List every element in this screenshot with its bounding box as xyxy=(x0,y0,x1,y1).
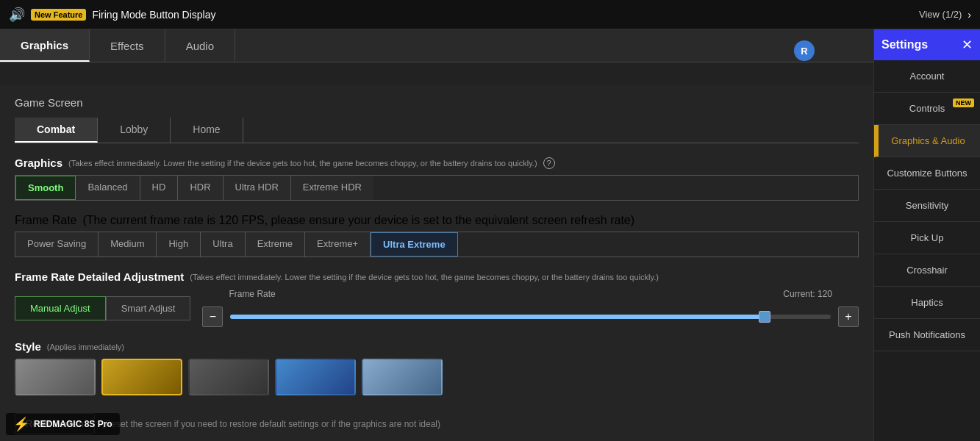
framerate-label-row: Frame Rate (The current frame rate is 12… xyxy=(15,214,859,227)
sidebar-header: Settings ✕ xyxy=(874,29,980,60)
framerate-option-ultra[interactable]: Ultra xyxy=(201,232,245,257)
framerate-sub-text: (The current frame rate is 120 FPS, plea… xyxy=(82,214,634,227)
sidebar-graphics-audio-label: Graphics & Audio xyxy=(891,135,965,146)
graphics-option-extreme-hdr[interactable]: Extreme HDR xyxy=(291,176,373,200)
sidebar-push-notifications-label: Push Notifications xyxy=(889,329,965,340)
tab-effects-label: Effects xyxy=(110,40,144,52)
sidebar-item-sensitivity[interactable]: Sensitivity xyxy=(874,190,980,222)
style-swatch-1[interactable] xyxy=(15,359,96,395)
extreme-plus-label: Extreme+ xyxy=(317,238,358,249)
sub-tab-home-label: Home xyxy=(193,123,220,135)
slider-fill xyxy=(230,315,770,319)
smart-adjust-label: Smart Adjust xyxy=(121,303,176,314)
tab-audio-label: Audio xyxy=(186,40,214,52)
manual-adjust-label: Manual Adjust xyxy=(30,303,90,314)
chevron-right-icon: › xyxy=(968,9,971,21)
close-icon[interactable]: ✕ xyxy=(962,37,973,53)
framerate-option-extreme[interactable]: Extreme xyxy=(246,232,305,257)
smart-adjust-btn[interactable]: Smart Adjust xyxy=(106,296,191,320)
graphics-options: Smooth Balanced HD HDR Ultra HDR xyxy=(15,175,859,201)
tab-effects[interactable]: Effects xyxy=(90,29,165,62)
graphics-option-hd[interactable]: HD xyxy=(140,176,179,200)
ultra-hdr-label: Ultra HDR xyxy=(235,182,279,193)
sidebar-item-account[interactable]: Account xyxy=(874,60,980,93)
framerate-option-extreme-plus[interactable]: Extreme+ xyxy=(305,232,371,257)
style-main-label: Style xyxy=(15,340,41,353)
branding-bar: ⚡ REDMAGIC 8S Pro xyxy=(6,413,120,435)
style-swatches xyxy=(15,359,859,395)
graphics-main-label: Graphics xyxy=(15,157,62,169)
sidebar-sensitivity-label: Sensitivity xyxy=(906,200,949,211)
sidebar-item-pick-up[interactable]: Pick Up xyxy=(874,222,980,254)
topbar-title: Firing Mode Button Display xyxy=(92,9,215,21)
slider-decrease-btn[interactable]: − xyxy=(202,306,223,327)
slider-area: Frame Rate Current: 120 − + xyxy=(202,289,859,327)
style-swatch-2[interactable] xyxy=(101,359,182,395)
tab-graphics[interactable]: Graphics xyxy=(0,29,90,62)
topbar: 🔊 New Feature Firing Mode Button Display… xyxy=(0,0,980,29)
framerate-option-power-saving[interactable]: Power Saving xyxy=(15,232,99,257)
tab-audio[interactable]: Audio xyxy=(165,29,235,62)
framerate-option-ultra-extreme[interactable]: Ultra Extreme xyxy=(371,232,458,257)
sidebar-title: Settings xyxy=(881,38,928,51)
smooth-label: Smooth xyxy=(28,182,63,193)
reset-screen-description: (Reset the screen if you need to restore… xyxy=(102,419,440,429)
sub-tab-home[interactable]: Home xyxy=(171,118,243,143)
game-screen-title: Game Screen xyxy=(15,96,859,109)
sidebar-haptics-label: Haptics xyxy=(911,297,943,308)
framerate-option-medium[interactable]: Medium xyxy=(99,232,157,257)
sub-tabs: Combat Lobby Home xyxy=(15,118,859,143)
adjustment-main-label: Frame Rate Detailed Adjustment xyxy=(15,270,184,283)
framerate-option-high[interactable]: High xyxy=(157,232,201,257)
reset-bar: Reset Screen (Reset the screen if you ne… xyxy=(15,409,859,439)
slider-current-label: Current: 120 xyxy=(783,289,832,299)
sidebar-customize-buttons-label: Customize Buttons xyxy=(887,168,967,179)
graphics-help-icon[interactable]: ? xyxy=(543,157,555,169)
medium-label: Medium xyxy=(110,238,144,249)
framerate-main-label: Frame Rate xyxy=(15,214,76,227)
sidebar-item-push-notifications[interactable]: Push Notifications xyxy=(874,319,980,351)
sidebar-item-customize-buttons[interactable]: Customize Buttons xyxy=(874,157,980,190)
sidebar-item-graphics-audio[interactable]: Graphics & Audio xyxy=(874,125,980,157)
tabs-row: Graphics Effects Audio xyxy=(0,29,873,62)
adjustment-sub-text: (Takes effect immediately. Lower the set… xyxy=(190,273,659,282)
slider-thumb[interactable] xyxy=(759,311,770,323)
sidebar-crosshair-label: Crosshair xyxy=(906,265,948,276)
framerate-options: Power Saving Medium High Ultra Extreme xyxy=(15,232,859,257)
view-label: View (1/2) xyxy=(919,9,962,20)
sidebar-controls-label: Controls xyxy=(909,103,945,114)
sidebar-item-controls[interactable]: NEW Controls xyxy=(874,93,980,125)
sidebar: Settings ✕ Account NEW Controls Graphics… xyxy=(873,29,980,441)
new-badge-controls: NEW xyxy=(953,98,974,107)
power-saving-label: Power Saving xyxy=(27,238,86,249)
graphics-option-smooth[interactable]: Smooth xyxy=(15,176,76,200)
slider-labels: Frame Rate Current: 120 xyxy=(202,289,859,299)
topbar-right: View (1/2) › xyxy=(919,9,971,21)
style-swatch-4[interactable] xyxy=(275,359,356,395)
sidebar-item-haptics[interactable]: Haptics xyxy=(874,287,980,319)
slider-track[interactable] xyxy=(230,315,831,319)
slider-container: − + xyxy=(202,306,859,327)
sidebar-account-label: Account xyxy=(910,71,945,82)
active-indicator xyxy=(876,125,879,157)
graphics-option-hdr[interactable]: HDR xyxy=(178,176,223,200)
slider-increase-btn[interactable]: + xyxy=(838,306,859,327)
sub-tab-lobby[interactable]: Lobby xyxy=(98,118,171,143)
manual-adjust-btn[interactable]: Manual Adjust xyxy=(15,296,106,320)
framerate-setting: Frame Rate (The current frame rate is 12… xyxy=(15,214,859,257)
graphics-option-balanced[interactable]: Balanced xyxy=(76,176,140,200)
high-label: High xyxy=(168,238,188,249)
redmagic-logo-icon: ⚡ xyxy=(13,416,29,432)
sub-tab-combat[interactable]: Combat xyxy=(15,118,98,143)
sidebar-item-crosshair[interactable]: Crosshair xyxy=(874,254,980,287)
branding-name: REDMAGIC 8S Pro xyxy=(34,419,112,429)
style-swatch-3[interactable] xyxy=(188,359,269,395)
sub-tab-lobby-label: Lobby xyxy=(120,123,148,135)
style-swatch-5[interactable] xyxy=(362,359,443,395)
adjustment-controls: Manual Adjust Smart Adjust Frame Rate Cu… xyxy=(15,289,859,327)
framerate-adjustment: Frame Rate Detailed Adjustment (Takes ef… xyxy=(15,270,859,327)
graphics-option-ultra-hdr[interactable]: Ultra HDR xyxy=(223,176,291,200)
ultra-extreme-label: Ultra Extreme xyxy=(383,239,446,250)
sidebar-pick-up-label: Pick Up xyxy=(911,232,944,243)
main-layout: Graphics Effects Audio Game Screen R xyxy=(0,29,980,441)
